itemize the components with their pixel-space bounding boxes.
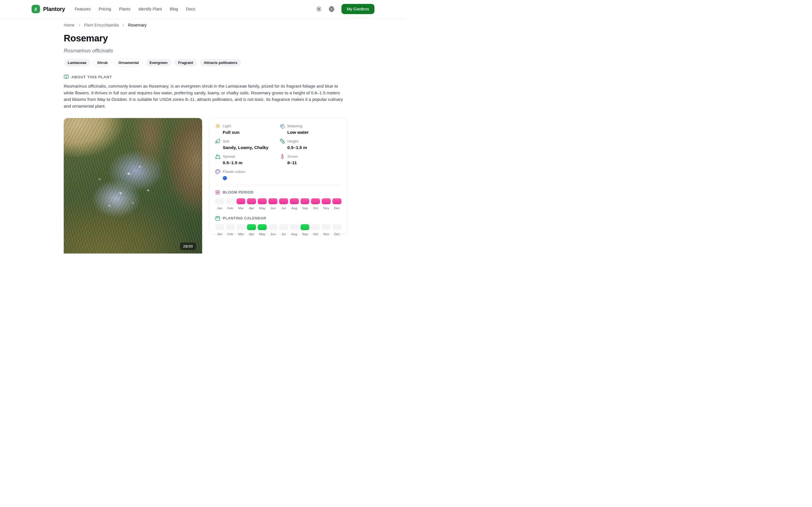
planting-month-apr: Apr xyxy=(247,232,256,236)
brand-name: Plantory xyxy=(43,6,65,12)
bloom-month-jan: Jan xyxy=(215,207,224,210)
nav-links: FeaturesPricingPlantsIdentify PlantBlogD… xyxy=(75,7,195,11)
book-open-icon xyxy=(64,74,69,79)
theme-toggle-sun-icon[interactable] xyxy=(316,6,322,12)
brand-home-link[interactable]: Plantory xyxy=(32,5,65,13)
planting-month-nov: Nov xyxy=(322,232,331,236)
chevron-right-icon xyxy=(78,23,81,27)
bloom-cell-jul xyxy=(279,198,288,204)
planting-cell-sep xyxy=(301,224,310,230)
plant-facts-card: LightFull sunWateringLow waterSoilSandy,… xyxy=(209,118,347,234)
main-content: HomePlant EncyclopediaRosemary Rosemary … xyxy=(64,18,347,253)
planting-cell-may xyxy=(258,224,267,230)
breadcrumb-home[interactable]: Home xyxy=(64,23,75,27)
breadcrumb-rosemary: Rosemary xyxy=(128,23,147,27)
bloom-bars xyxy=(215,198,342,204)
latin-name: Rosmarinus officinalis xyxy=(64,48,347,54)
planting-calendar-section: PLANTING CALENDARJanFebMarAprMayJunJulAu… xyxy=(215,216,342,236)
photo-counter-badge: 28/30 xyxy=(180,242,196,250)
nav-link-docs[interactable]: Docs xyxy=(186,7,195,11)
card-divider xyxy=(215,185,342,185)
tag-evergreen: Evergreen xyxy=(146,59,171,66)
bloom-month-may: May xyxy=(258,207,267,210)
bloom-month-jun: Jun xyxy=(268,207,277,210)
mountain-icon xyxy=(215,154,220,159)
planting-month-aug: Aug xyxy=(290,232,299,236)
bloom-title: BLOOM PERIOD xyxy=(223,190,254,194)
fact-label-text: Flower colors xyxy=(223,170,245,174)
planting-month-dec: Dec xyxy=(333,232,342,236)
sun-icon xyxy=(215,123,220,129)
fact-light: LightFull sun xyxy=(215,123,277,135)
fact-label-text: Light xyxy=(223,124,231,128)
fact-label-text: Soil xyxy=(223,139,229,144)
bloom-cell-jan xyxy=(215,198,224,204)
bloom-cell-dec xyxy=(333,198,342,204)
breadcrumb-plant-encyclopedia[interactable]: Plant Encyclopedia xyxy=(84,23,119,27)
fact-watering: WateringLow water xyxy=(280,123,342,135)
fact-label-text: Zones xyxy=(287,154,298,159)
bloom-cell-apr xyxy=(247,198,256,204)
planting-cell-jan xyxy=(215,224,224,230)
planting-month-sep: Sep xyxy=(301,232,310,236)
bloom-month-sep: Sep xyxy=(301,207,310,210)
nav-link-identify-plant[interactable]: Identify Plant xyxy=(139,7,162,11)
bloom-month-feb: Feb xyxy=(226,207,235,210)
tag-ornamental: Ornamental xyxy=(114,59,143,66)
plantory-logo-leaf-icon xyxy=(32,5,40,13)
bloom-cell-sep xyxy=(301,198,310,204)
bloom-cell-may xyxy=(258,198,267,204)
page-title: Rosemary xyxy=(64,33,347,44)
bloom-month-dec: Dec xyxy=(333,207,342,210)
bloom-cell-nov xyxy=(322,198,331,204)
tag-lamiaceae: Lamiaceae xyxy=(64,59,91,66)
planting-cell-jun xyxy=(268,224,277,230)
fact-spread: Spread0.5–1.5 m xyxy=(215,154,277,165)
planting-cell-apr xyxy=(247,224,256,230)
plant-photo: 28/30 xyxy=(64,118,202,253)
planting-month-jul: Jul xyxy=(279,232,288,236)
my-gardens-button[interactable]: My Gardens xyxy=(342,4,374,14)
leaf-icon xyxy=(215,138,220,144)
planting-month-jun: Jun xyxy=(268,232,277,236)
calendar-icon xyxy=(215,216,220,221)
bloom-month-aug: Aug xyxy=(290,207,299,210)
nav-link-features[interactable]: Features xyxy=(75,7,91,11)
flower-color-swatch xyxy=(223,176,227,180)
fact-value-light: Full sun xyxy=(223,130,277,135)
planting-month-jan: Jan xyxy=(215,232,224,236)
content-columns: 28/30 LightFull sunWateringLow waterSoil… xyxy=(64,118,347,253)
flower-color-swatches xyxy=(223,176,277,180)
bloom-month-oct: Oct xyxy=(311,207,320,210)
bloom-month-apr: Apr xyxy=(247,207,256,210)
fact-label-text: Watering xyxy=(287,124,303,128)
photo-blossoms xyxy=(64,118,202,253)
nav-link-pricing[interactable]: Pricing xyxy=(99,7,111,11)
fact-label-text: Spread xyxy=(223,154,235,159)
bloom-month-mar: Mar xyxy=(237,207,246,210)
fact-value-spread: 0.5–1.5 m xyxy=(223,160,277,165)
palette-icon xyxy=(215,169,220,174)
bloom-cell-feb xyxy=(226,198,235,204)
fact-zones: Zones8–11 xyxy=(280,154,342,165)
plant-description: Rosmarinus officinalis, commonly known a… xyxy=(64,83,347,110)
tag-list: LamiaceaeShrubOrnamentalEvergreenFragran… xyxy=(64,59,347,66)
fact-value-zones: 8–11 xyxy=(287,160,342,165)
planting-month-oct: Oct xyxy=(311,232,320,236)
nav-link-plants[interactable]: Plants xyxy=(119,7,130,11)
about-section-header: ABOUT THIS PLANT xyxy=(64,74,347,79)
language-globe-icon[interactable] xyxy=(329,6,335,12)
chevron-right-icon xyxy=(121,23,125,27)
tag-shrub: Shrub xyxy=(93,59,112,66)
bloom-header: BLOOM PERIOD xyxy=(215,190,342,195)
planting-cell-feb xyxy=(226,224,235,230)
bloom-month-nov: Nov xyxy=(322,207,331,210)
nav-link-blog[interactable]: Blog xyxy=(170,7,178,11)
facts-grid: LightFull sunWateringLow waterSoilSandy,… xyxy=(215,123,342,180)
breadcrumb: HomePlant EncyclopediaRosemary xyxy=(64,23,347,27)
planting-cell-dec xyxy=(333,224,342,230)
fact-height: Height0.5–1.5 m xyxy=(280,138,342,150)
fact-value-watering: Low water xyxy=(287,130,342,135)
fact-flower-colors: Flower colors xyxy=(215,169,277,180)
droplets-icon xyxy=(280,123,285,129)
